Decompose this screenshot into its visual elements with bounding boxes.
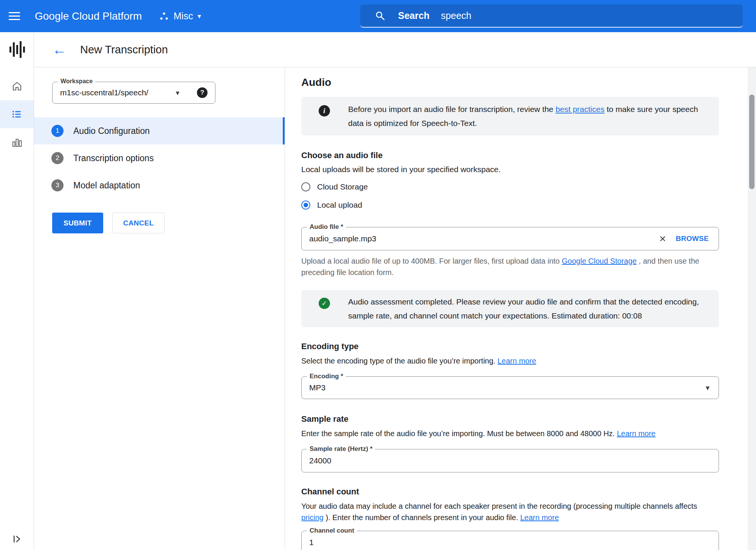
page-title: New Transcription: [80, 44, 168, 56]
step-number: 1: [51, 125, 64, 137]
project-switcher[interactable]: Misc ▾: [159, 11, 201, 22]
scrollbar[interactable]: [748, 67, 756, 550]
encoding-value: MP3: [309, 383, 325, 392]
browse-button[interactable]: BROWSE: [676, 235, 709, 243]
info-icon: i: [319, 105, 330, 117]
list-icon: [11, 109, 23, 120]
sample-rate-desc: Enter the sample rate of the audio file …: [301, 428, 719, 439]
check-circle-icon: ✓: [319, 298, 330, 309]
app-header: Google Cloud Platform Misc ▾ Search spee…: [0, 0, 756, 32]
chevron-down-icon: ▾: [176, 89, 180, 96]
radio-label: Cloud Storage: [317, 182, 368, 191]
channel-count-heading: Channel count: [301, 487, 719, 497]
project-name: Misc: [174, 11, 193, 22]
pricing-link[interactable]: pricing: [301, 513, 324, 522]
sample-rate-heading: Sample rate: [301, 414, 719, 424]
radio-selected-icon: [301, 200, 310, 210]
page-header: ← New Transcription: [34, 32, 756, 67]
chevron-down-icon: ▾: [706, 384, 710, 392]
channel-count-label: Channel count: [307, 527, 357, 534]
encoding-select[interactable]: Encoding * MP3 ▾: [301, 376, 719, 399]
encoding-label: Encoding *: [307, 373, 346, 380]
channel-count-desc-before: Your audio data may include a channel fo…: [301, 502, 697, 510]
menu-button[interactable]: [0, 0, 29, 32]
form-actions: SUBMIT CANCEL: [52, 213, 285, 233]
audio-file-field: Audio file * × BROWSE: [301, 227, 719, 250]
project-icon: [159, 11, 169, 21]
help-icon[interactable]: ?: [197, 87, 208, 98]
submit-button[interactable]: SUBMIT: [52, 213, 103, 233]
sample-rate-input[interactable]: [302, 449, 719, 472]
info-banner: i Before you import an audio file for tr…: [301, 97, 719, 135]
assessment-text: Audio assessment completed. Please revie…: [348, 295, 702, 323]
brand-logo[interactable]: Google Cloud Platform: [35, 10, 142, 22]
step-number: 2: [51, 152, 64, 164]
back-button[interactable]: ←: [52, 42, 67, 57]
step-label: Transcription options: [73, 153, 154, 163]
main-content: Audio i Before you import an audio file …: [285, 67, 748, 550]
rail-item-home[interactable]: [0, 72, 34, 100]
rail-item-resources[interactable]: [0, 128, 34, 156]
stepper-panel: Workspace m1sc-uscentral1/speech/ ▾ ? 1 …: [34, 67, 285, 550]
channel-count-learn-more-link[interactable]: Learn more: [520, 513, 559, 522]
workspace-select[interactable]: Workspace m1sc-uscentral1/speech/ ▾ ?: [52, 82, 215, 104]
speech-to-text-logo: [0, 32, 34, 67]
chevron-down-icon: ▾: [198, 13, 201, 20]
search-label: Search: [398, 10, 429, 21]
waveform-icon: [9, 40, 25, 59]
steps-list: 1 Audio Configuration 2 Transcription op…: [34, 117, 285, 199]
home-icon: [11, 81, 23, 92]
radio-option-cloud-storage[interactable]: Cloud Storage: [301, 178, 719, 196]
google-cloud-storage-link[interactable]: Google Cloud Storage: [562, 257, 637, 265]
channel-count-desc: Your audio data may include a channel fo…: [301, 500, 719, 523]
rail-item-transcriptions[interactable]: [0, 100, 34, 128]
audio-source-radio-group: Cloud Storage Local upload: [301, 178, 719, 214]
expand-nav-button[interactable]: [0, 534, 34, 544]
step-label: Model adaptation: [73, 180, 140, 191]
sample-rate-label: Sample rate (Hertz) *: [307, 445, 375, 453]
info-text-before: Before you import an audio file for tran…: [348, 105, 553, 113]
step-audio-configuration[interactable]: 1 Audio Configuration: [34, 117, 285, 144]
choose-audio-file-heading: Choose an audio file: [301, 151, 719, 160]
encoding-learn-more-link[interactable]: Learn more: [497, 357, 536, 365]
audio-file-helper-text: Upload a local audio file of up to 400MB…: [301, 255, 719, 278]
radio-option-local-upload[interactable]: Local upload: [301, 196, 719, 214]
audio-file-label: Audio file *: [307, 223, 346, 231]
sample-rate-learn-more-link[interactable]: Learn more: [617, 429, 655, 438]
radio-label: Local upload: [317, 200, 362, 210]
channel-count-field: Channel count: [301, 531, 719, 550]
workspace-label: Workspace: [58, 78, 95, 85]
hamburger-icon: [9, 12, 20, 20]
assessment-banner: ✓ Audio assessment completed. Please rev…: [301, 290, 719, 327]
channel-count-input[interactable]: [302, 531, 719, 550]
info-banner-text: Before you import an audio file for tran…: [348, 102, 702, 130]
best-practices-link[interactable]: best practices: [556, 105, 605, 113]
search-query: speech: [441, 10, 471, 21]
panel-open-icon: [12, 534, 22, 544]
step-label: Audio Configuration: [73, 126, 150, 136]
section-title-audio: Audio: [301, 76, 719, 89]
step-number: 3: [51, 179, 64, 191]
workspace-value: m1sc-uscentral1/speech/: [60, 88, 148, 97]
radio-unselected-icon: [301, 182, 310, 191]
cancel-button[interactable]: CANCEL: [112, 213, 165, 233]
search-bar[interactable]: Search speech: [360, 5, 743, 28]
choose-audio-file-subtext: Local uploads will be stored in your spe…: [301, 165, 719, 174]
encoding-desc: Select the encoding type of the audio fi…: [301, 355, 719, 367]
step-model-adaptation[interactable]: 3 Model adaptation: [34, 172, 285, 199]
channel-count-desc-after: ). Enter the number of channels present …: [325, 513, 518, 522]
helper-text-before: Upload a local audio file of up to 400MB…: [301, 257, 560, 265]
rail-nav: [0, 72, 34, 156]
sample-rate-desc-text: Enter the sample rate of the audio file …: [301, 429, 615, 438]
sample-rate-field: Sample rate (Hertz) *: [301, 449, 719, 472]
audio-file-input[interactable]: [302, 227, 655, 250]
left-rail: [0, 32, 34, 550]
encoding-desc-text: Select the encoding type of the audio fi…: [301, 357, 496, 365]
encoding-heading: Encoding type: [301, 342, 719, 351]
scrollbar-thumb[interactable]: [749, 95, 754, 189]
step-transcription-options[interactable]: 2 Transcription options: [34, 144, 285, 172]
clear-file-button[interactable]: ×: [655, 233, 670, 244]
bar-chart-icon: [11, 137, 23, 148]
search-icon: [375, 10, 386, 22]
